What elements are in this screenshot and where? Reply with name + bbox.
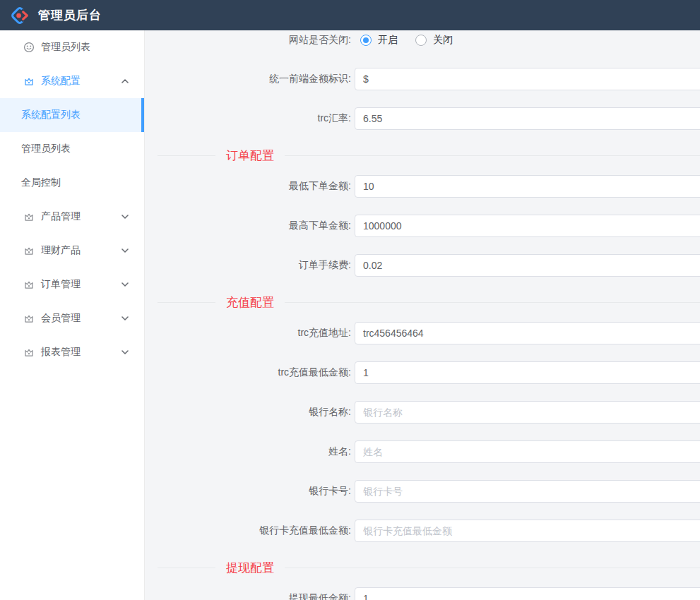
field-label: 网站是否关闭: bbox=[145, 34, 351, 47]
divider-line bbox=[285, 155, 700, 156]
divider-line bbox=[158, 568, 215, 568]
field-currency-symbol: 统一前端金额标识: bbox=[145, 68, 700, 90]
field-withdraw-min: 提现最低金额: bbox=[145, 587, 700, 600]
field-holder-name: 姓名: bbox=[145, 440, 700, 463]
app-title: 管理员后台 bbox=[38, 7, 102, 23]
sidebar-subitem-admin-list[interactable]: 管理员列表 bbox=[0, 132, 144, 166]
crown-icon bbox=[23, 279, 35, 290]
bank-card-number-input[interactable] bbox=[355, 480, 700, 503]
order-fee-input[interactable] bbox=[355, 254, 700, 277]
field-label: trc充值最低金额: bbox=[145, 366, 351, 379]
radio-option-close[interactable]: 关闭 bbox=[415, 34, 461, 47]
crown-icon bbox=[23, 347, 35, 358]
currency-symbol-input[interactable] bbox=[355, 68, 700, 90]
divider-line bbox=[158, 302, 215, 303]
field-max-order-amount: 最高下单金额: bbox=[145, 215, 700, 237]
sidebar-item-admin-list[interactable]: 管理员列表 bbox=[0, 30, 144, 64]
field-label: 最低下单金额: bbox=[145, 180, 351, 193]
divider-line bbox=[158, 155, 215, 156]
crown-icon bbox=[23, 76, 35, 87]
field-trc-recharge-min: trc充值最低金额: bbox=[145, 361, 700, 384]
crown-icon bbox=[23, 211, 35, 222]
holder-name-input[interactable] bbox=[355, 440, 700, 463]
chevron-down-icon bbox=[121, 215, 129, 219]
field-bank-card-number: 银行卡号: bbox=[145, 480, 700, 503]
radio-unselected-icon[interactable] bbox=[415, 35, 427, 46]
crown-icon bbox=[23, 313, 35, 324]
field-label: 银行名称: bbox=[145, 406, 351, 419]
radio-selected-icon[interactable] bbox=[360, 35, 372, 46]
sidebar-item-order-management[interactable]: 订单管理 bbox=[0, 268, 144, 301]
divider-line bbox=[285, 568, 700, 568]
sidebar-item-label: 系统配置 bbox=[41, 75, 81, 88]
sidebar-item-label: 理财产品 bbox=[41, 244, 81, 257]
sidebar-item-wealth-products[interactable]: 理财产品 bbox=[0, 234, 144, 268]
field-label: 订单手续费: bbox=[145, 259, 351, 272]
sidebar-item-system-config[interactable]: 系统配置 bbox=[0, 64, 144, 98]
app-header: 管理员后台 bbox=[0, 0, 700, 30]
sidebar-item-report-management[interactable]: 报表管理 bbox=[0, 335, 144, 369]
field-label: trc充值地址: bbox=[145, 327, 351, 340]
sidebar-item-label: 管理员列表 bbox=[41, 41, 90, 54]
sidebar-item-label: 会员管理 bbox=[41, 312, 81, 325]
sidebar-item-label: 订单管理 bbox=[41, 278, 81, 291]
sidebar-subitem-system-config-list[interactable]: 系统配置列表 bbox=[0, 98, 144, 132]
chevron-down-icon bbox=[121, 248, 129, 253]
section-title: 订单配置 bbox=[215, 148, 285, 164]
field-bank-card-recharge-min: 银行卡充值最低金额: bbox=[145, 520, 700, 542]
radio-option-label: 开启 bbox=[378, 34, 398, 47]
sidebar-item-member-management[interactable]: 会员管理 bbox=[0, 301, 144, 335]
chevron-down-icon bbox=[121, 282, 129, 287]
field-label: trc汇率: bbox=[145, 112, 351, 125]
radio-option-label: 关闭 bbox=[433, 34, 453, 47]
min-order-amount-input[interactable] bbox=[355, 175, 700, 198]
sidebar: 管理员列表 系统配置 系统配置列表 管理员列表 全局控制 产品管理 bbox=[0, 30, 145, 600]
bank-name-input[interactable] bbox=[355, 401, 700, 424]
sidebar-subitem-label: 全局控制 bbox=[21, 176, 61, 189]
sidebar-subitem-global-control[interactable]: 全局控制 bbox=[0, 166, 144, 200]
sidebar-item-label: 报表管理 bbox=[41, 346, 81, 359]
trc-rate-input[interactable] bbox=[355, 107, 700, 130]
field-label: 姓名: bbox=[145, 445, 351, 458]
chevron-up-icon bbox=[121, 79, 129, 83]
section-divider-withdraw-config: 提现配置 bbox=[145, 559, 700, 576]
field-label: 提现最低金额: bbox=[145, 592, 351, 600]
field-trc-rate: trc汇率: bbox=[145, 107, 700, 130]
bank-card-recharge-min-input[interactable] bbox=[355, 520, 700, 542]
divider-line bbox=[285, 302, 700, 303]
sidebar-item-product-management[interactable]: 产品管理 bbox=[0, 200, 144, 234]
section-divider-recharge-config: 充值配置 bbox=[145, 294, 700, 311]
field-order-fee: 订单手续费: bbox=[145, 254, 700, 277]
sidebar-subitem-label: 系统配置列表 bbox=[21, 109, 81, 121]
field-label: 银行卡充值最低金额: bbox=[145, 524, 351, 537]
site-closed-radio-row: 网站是否关闭: 开启 关闭 bbox=[145, 30, 700, 50]
withdraw-min-input[interactable] bbox=[355, 587, 700, 600]
field-bank-name: 银行名称: bbox=[145, 401, 700, 424]
section-title: 充值配置 bbox=[215, 294, 285, 311]
settings-form: 网站是否关闭: 开启 关闭 统一前端金额标识: trc汇率: 订单配置 最低下单… bbox=[145, 30, 700, 600]
trc-recharge-address-input[interactable] bbox=[355, 322, 700, 344]
field-label: 最高下单金额: bbox=[145, 220, 351, 232]
field-label: 统一前端金额标识: bbox=[145, 73, 351, 85]
sidebar-subitem-label: 管理员列表 bbox=[21, 143, 71, 155]
sidebar-item-label: 产品管理 bbox=[41, 210, 81, 223]
crown-icon bbox=[23, 245, 35, 256]
trc-recharge-min-input[interactable] bbox=[355, 361, 700, 384]
field-label: 银行卡号: bbox=[145, 485, 351, 498]
field-trc-recharge-address: trc充值地址: bbox=[145, 322, 700, 344]
max-order-amount-input[interactable] bbox=[355, 215, 700, 237]
app-logo-icon bbox=[9, 5, 30, 26]
radio-option-open[interactable]: 开启 bbox=[360, 34, 406, 47]
field-min-order-amount: 最低下单金额: bbox=[145, 175, 700, 198]
section-title: 提现配置 bbox=[215, 560, 285, 576]
smiley-icon bbox=[23, 42, 35, 53]
chevron-down-icon bbox=[121, 350, 129, 354]
section-divider-order-config: 订单配置 bbox=[145, 147, 700, 164]
chevron-down-icon bbox=[121, 316, 129, 320]
